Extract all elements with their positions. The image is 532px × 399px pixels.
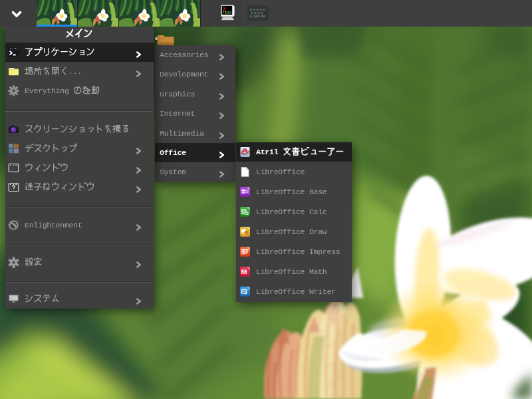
svg-text:TERM: TERM — [223, 11, 232, 15]
